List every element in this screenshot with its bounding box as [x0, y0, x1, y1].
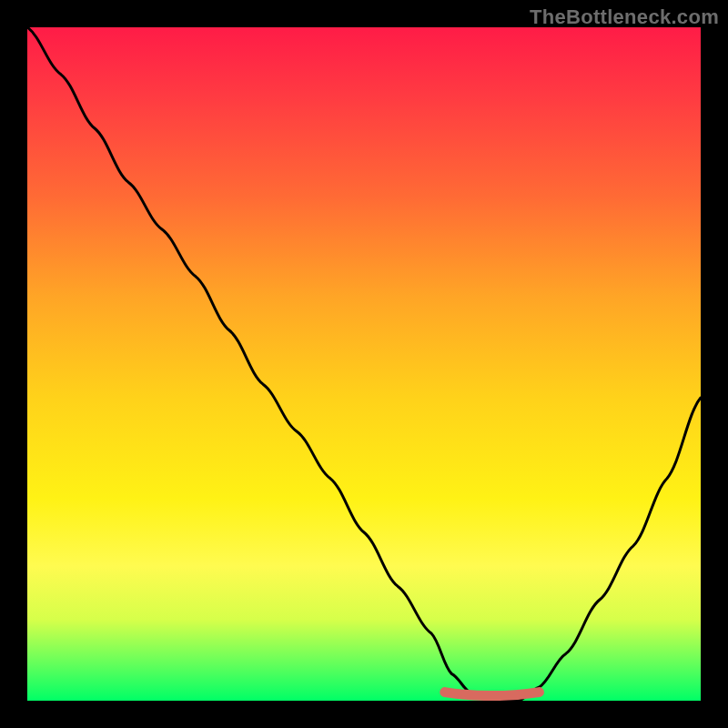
bottleneck-curve-path	[27, 27, 701, 701]
watermark-text: TheBottleneck.com	[530, 5, 719, 29]
plot-area	[27, 27, 701, 701]
chart-frame: TheBottleneck.com	[0, 0, 728, 728]
curve-svg	[27, 27, 701, 701]
valley-highlight-path	[445, 693, 540, 696]
